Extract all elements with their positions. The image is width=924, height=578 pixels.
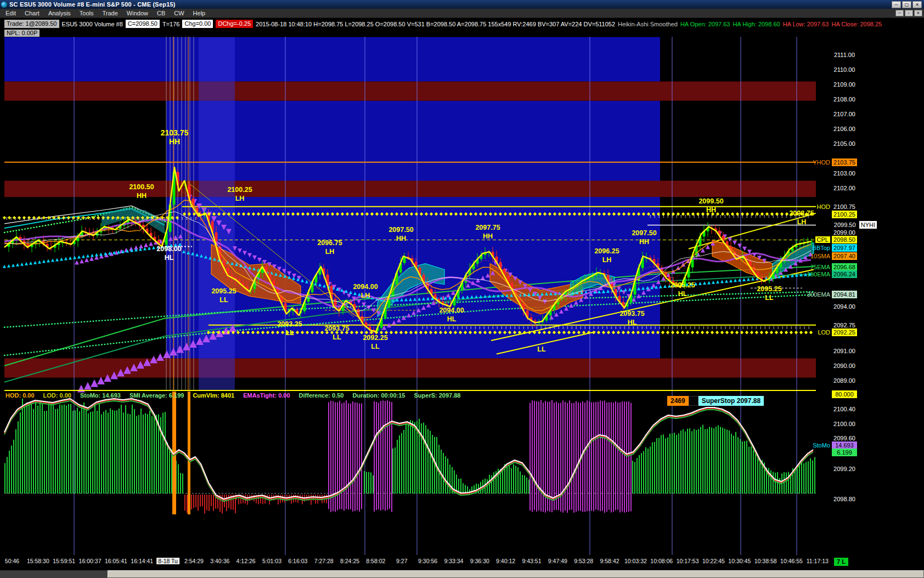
menu-window[interactable]: Window [122, 9, 153, 18]
scale-value: 2102.00 [832, 184, 857, 192]
svg-text:LL: LL [371, 343, 380, 350]
svg-text:↕: ↕ [707, 325, 709, 330]
time-label: 9:58:42 [600, 558, 619, 564]
menu-cb[interactable]: CB [153, 9, 170, 18]
menu-trade[interactable]: Trade [98, 9, 122, 18]
svg-text:HH: HH [137, 192, 147, 200]
svg-text:↕: ↕ [733, 325, 735, 330]
svg-text:↕: ↕ [606, 325, 608, 330]
menu-help[interactable]: Help [189, 9, 210, 18]
svg-text:LH: LH [602, 256, 612, 264]
svg-text:↕: ↕ [795, 325, 797, 330]
svg-text:↕: ↕ [518, 325, 520, 330]
scale-75ema: 75EMA2096.68 [810, 263, 857, 271]
svg-text:↕: ↕ [773, 325, 775, 330]
scale-label: 2102.00 [832, 184, 857, 192]
scale-cpl: CPL2098.50 [815, 236, 857, 243]
menu-analysis[interactable]: Analysis [44, 9, 75, 18]
svg-text:HL: HL [678, 290, 688, 298]
menu-cw[interactable]: CW [170, 9, 188, 18]
scale-label: 2089.00 [832, 377, 857, 384]
svg-text:↕: ↕ [80, 216, 82, 221]
sierra-chart-window: SC ESU5 3000 Volume #8 E-mini S&P 500 - … [0, 0, 924, 578]
scale-value: 2094.81 [832, 291, 857, 298]
svg-text:HH: HH [396, 235, 406, 242]
svg-text:↕: ↕ [544, 325, 546, 330]
change-badge: Chg=0.00 [182, 20, 213, 28]
maximize-button[interactable]: ▢ [902, 1, 911, 8]
scale-label: 2106.00 [832, 125, 857, 133]
time-label: 10:03:32 [624, 558, 647, 564]
time-label: 9:27 [396, 558, 407, 564]
mdi-window-buttons: ─▫✕ [895, 10, 924, 16]
svg-text:↕: ↕ [662, 214, 664, 219]
chart-canvas[interactable]: ↕↕↕↕↕↕↕↕↕↕↕↕↕↕↕↕↕↕↕↕↕↕↕↕↕↕↕↕↕↕↕↕↕↕↕↕↕↕↕↕… [0, 0, 924, 578]
svg-text:2098.75: 2098.75 [789, 209, 814, 217]
svg-text:LH: LH [797, 218, 807, 226]
scale-label: 2094.00 [832, 303, 857, 310]
menu-edit[interactable]: Edit [1, 9, 20, 18]
price-scale[interactable]: 2111.002110.002109.002108.002107.002106.… [816, 35, 924, 570]
svg-text:↕: ↕ [562, 325, 564, 330]
svg-text:↕: ↕ [575, 325, 577, 330]
svg-text:↕: ↕ [737, 214, 739, 219]
svg-text:↕: ↕ [19, 216, 21, 221]
scale-value: 2107.00 [832, 110, 857, 118]
mdi-minimize-button[interactable]: ─ [895, 10, 904, 16]
scale-name: LOD [818, 329, 830, 336]
mdi-restore-button[interactable]: ▫ [905, 10, 913, 16]
scale-value: 2092.25 [832, 328, 857, 336]
stat-label: Duration: 00:00:15 [353, 392, 405, 399]
scale-name: 300EMA [807, 291, 830, 298]
svg-text:↕: ↕ [742, 325, 744, 330]
svg-text:↕: ↕ [71, 216, 74, 221]
svg-text:↕: ↕ [168, 216, 170, 221]
svg-text:↕: ↕ [715, 214, 717, 219]
svg-text:↕: ↕ [522, 325, 525, 330]
scale-bbtop: BBTop2097.97 [813, 244, 857, 252]
scale-label: 2110.00 [832, 66, 857, 73]
svg-text:↕: ↕ [790, 325, 792, 330]
time-axis[interactable]: 50:4615:58:3015:59:5116:00:3716:05:4116:… [0, 556, 924, 570]
mdi-close-button[interactable]: ✕ [914, 10, 922, 16]
svg-text:↕: ↕ [106, 216, 109, 221]
minimize-button[interactable]: ─ [892, 1, 901, 8]
scale-yhod: YHOD2103.75 [813, 158, 857, 166]
scale-value: 2103.75 [832, 158, 857, 166]
svg-text:↕: ↕ [67, 216, 69, 221]
svg-text:↕: ↕ [58, 216, 60, 221]
svg-text:↕: ↕ [452, 325, 454, 330]
svg-text:↕: ↕ [658, 325, 661, 330]
svg-text:HH: HH [639, 238, 649, 246]
svg-text:↕: ↕ [120, 216, 122, 221]
svg-text:↕: ↕ [610, 325, 612, 330]
svg-text:↕: ↕ [803, 325, 805, 330]
npl-badge: NPL: 0.00P [4, 30, 40, 37]
svg-text:↕: ↕ [571, 325, 573, 330]
time-label: 15:58:30 [27, 558, 49, 564]
time-label: 11:17:13 [807, 558, 829, 564]
svg-text:2095.25: 2095.25 [757, 285, 781, 293]
scale-value: 2094.00 [832, 303, 857, 310]
svg-text:↕: ↕ [645, 325, 647, 330]
ha-close-label: HA Close: 2098.25 [831, 21, 882, 27]
close-button[interactable]: ✕ [912, 1, 922, 8]
menu-tools[interactable]: Tools [75, 9, 98, 18]
svg-text:↕: ↕ [724, 325, 726, 330]
window-controls: ─ ▢ ✕ [892, 1, 923, 8]
menu-chart[interactable]: Chart [20, 9, 44, 18]
svg-text:↕: ↕ [672, 325, 674, 330]
scale-label: 2103.00 [832, 169, 857, 177]
scale-value: 2097.40 [832, 252, 857, 260]
svg-text:↕: ↕ [181, 216, 183, 221]
scale-label: 6.199 [832, 449, 857, 456]
ha-high-label: HA High: 2098.60 [733, 21, 780, 27]
h-scrollbar[interactable] [0, 570, 924, 578]
svg-text:↕: ↕ [146, 216, 148, 221]
scale-label: 2111.00 [832, 51, 857, 59]
scrollbar-thumb[interactable] [108, 570, 924, 578]
svg-text:↕: ↕ [754, 214, 757, 219]
svg-text:↕: ↕ [737, 325, 740, 330]
svg-text:↕: ↕ [492, 325, 494, 330]
scrollbar-track-left[interactable] [0, 570, 108, 578]
